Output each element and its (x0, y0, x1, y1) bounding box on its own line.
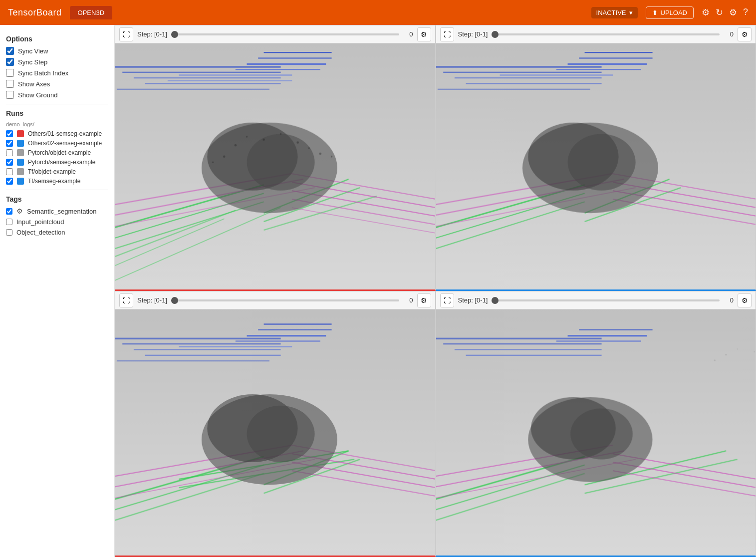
svg-rect-70 (122, 343, 280, 344)
run5-label: Tf/objdet-example (28, 168, 76, 175)
refresh-icon[interactable]: ↻ (716, 7, 723, 18)
gear-icon[interactable]: ⚙ (16, 207, 23, 215)
svg-point-37 (308, 147, 310, 149)
svg-rect-11 (264, 52, 332, 53)
run3-checkbox[interactable] (6, 149, 13, 156)
settings-icon[interactable]: ⚙ (702, 7, 710, 18)
settings-button-bottom-right[interactable]: ⚙ (738, 293, 752, 307)
show-ground-checkbox[interactable] (6, 91, 14, 99)
tag1-checkbox[interactable] (6, 208, 12, 215)
svg-rect-51 (579, 57, 652, 58)
svg-point-40 (319, 153, 322, 155)
panel-bottom-right: ⛶ Step: [0-1] 0 ⚙ (436, 291, 756, 557)
svg-rect-76 (247, 335, 326, 336)
upload-button[interactable]: ⬆ UPLOAD (646, 6, 694, 19)
run5-color (17, 168, 24, 175)
step-slider-bottom-left[interactable] (171, 299, 399, 301)
viewport-top-right[interactable] (436, 43, 756, 289)
run4-checkbox[interactable] (6, 159, 13, 166)
step-value-bottom-right: 0 (724, 296, 734, 304)
pointcloud-svg-bottom-right (436, 309, 756, 556)
divider-2 (6, 190, 108, 190)
svg-rect-4 (145, 83, 281, 84)
divider-1 (6, 104, 108, 104)
help-icon[interactable]: ? (743, 7, 748, 18)
svg-point-95 (247, 406, 315, 462)
svg-point-39 (212, 161, 214, 163)
open3d-tab[interactable]: OPEN3D (70, 6, 112, 19)
tag2-checkbox[interactable] (6, 219, 12, 225)
run6-checkbox[interactable] (6, 178, 13, 185)
sync-step-label: Sync Step (18, 58, 47, 66)
svg-rect-100 (466, 355, 601, 356)
tag-item-2: Input_pointcloud (6, 218, 108, 226)
svg-rect-2 (122, 72, 280, 73)
options-title: Options (6, 35, 108, 43)
step-label-top-right: Step: [0-1] (458, 30, 488, 38)
viewport-bottom-left[interactable] (115, 309, 435, 556)
step-slider-top-left[interactable] (171, 33, 399, 35)
expand-button-bottom-right[interactable]: ⛶ (440, 293, 454, 307)
settings-button-top-left[interactable]: ⚙ (417, 27, 431, 41)
option-sync-view[interactable]: Sync View (6, 47, 108, 55)
expand-button-top-right[interactable]: ⛶ (440, 27, 454, 41)
app-header: TensorBoard OPEN3D INACTIVE ▾ ⬆ UPLOAD ⚙… (0, 0, 756, 25)
step-label-top-left: Step: [0-1] (137, 30, 167, 38)
app-logo: TensorBoard (8, 7, 62, 18)
tag-item-1: ⚙ Semantic_segmentation (6, 207, 108, 215)
run5-checkbox[interactable] (6, 168, 13, 175)
step-value-bottom-left: 0 (403, 296, 413, 304)
svg-point-121 (754, 351, 755, 352)
viewport-bottom-right[interactable] (436, 309, 756, 556)
runs-title: Runs (6, 109, 108, 117)
svg-rect-72 (145, 355, 281, 356)
sync-view-checkbox[interactable] (6, 47, 14, 55)
svg-rect-78 (264, 323, 332, 324)
svg-rect-7 (168, 80, 292, 81)
panel-bottom-left-toolbar: ⛶ Step: [0-1] 0 ⚙ (115, 291, 435, 309)
run4-color (17, 159, 24, 166)
step-slider-bottom-right[interactable] (492, 299, 720, 301)
status-dropdown[interactable]: INACTIVE ▾ (591, 7, 638, 18)
option-show-ground[interactable]: Show Ground (6, 91, 108, 99)
upload-label: UPLOAD (661, 9, 687, 16)
svg-rect-3 (134, 77, 281, 78)
sidebar: Options Sync View Sync Step Sync Batch I… (0, 25, 115, 557)
svg-rect-9 (247, 63, 326, 65)
expand-button-top-left[interactable]: ⛶ (119, 27, 133, 41)
sync-batch-checkbox[interactable] (6, 69, 14, 77)
settings-button-bottom-left[interactable]: ⚙ (417, 293, 431, 307)
viewport-top-left[interactable] (115, 43, 435, 289)
sync-step-checkbox[interactable] (6, 58, 14, 66)
more-settings-icon[interactable]: ⚙ (729, 7, 737, 18)
run4-label: Pytorch/semseg-example (28, 159, 95, 166)
tag-item-3: Object_detection (6, 229, 108, 236)
svg-rect-97 (436, 338, 602, 339)
option-show-axes[interactable]: Show Axes (6, 80, 108, 88)
run1-checkbox[interactable] (6, 130, 13, 137)
panel-bottom-right-toolbar: ⛶ Step: [0-1] 0 ⚙ (436, 291, 756, 309)
run3-color (17, 149, 24, 156)
svg-point-119 (737, 348, 738, 349)
step-slider-top-right[interactable] (492, 33, 720, 35)
run1-label: Others/01-semseg-example (28, 130, 102, 137)
svg-rect-101 (556, 340, 641, 341)
run2-checkbox[interactable] (6, 140, 13, 147)
option-sync-step[interactable]: Sync Step (6, 58, 108, 66)
panel-top-right-toolbar: ⛶ Step: [0-1] 0 ⚙ (436, 25, 756, 43)
option-sync-batch[interactable]: Sync Batch Index (6, 69, 108, 77)
tag3-checkbox[interactable] (6, 229, 12, 236)
svg-rect-46 (466, 83, 601, 84)
pointcloud-svg-bottom-left (115, 309, 435, 556)
settings-button-top-right[interactable]: ⚙ (738, 27, 752, 41)
svg-point-33 (246, 136, 248, 137)
upload-icon: ⬆ (652, 9, 658, 16)
tag1-label: Semantic_segmentation (27, 208, 96, 215)
svg-rect-47 (437, 89, 590, 90)
runs-group-label: demo_logs/ (6, 121, 108, 127)
show-axes-checkbox[interactable] (6, 80, 14, 88)
run-item-2: Others/02-semseg-example (6, 140, 108, 147)
run1-color (17, 130, 24, 137)
expand-button-bottom-left[interactable]: ⛶ (119, 293, 133, 307)
app-body: Options Sync View Sync Step Sync Batch I… (0, 25, 756, 557)
